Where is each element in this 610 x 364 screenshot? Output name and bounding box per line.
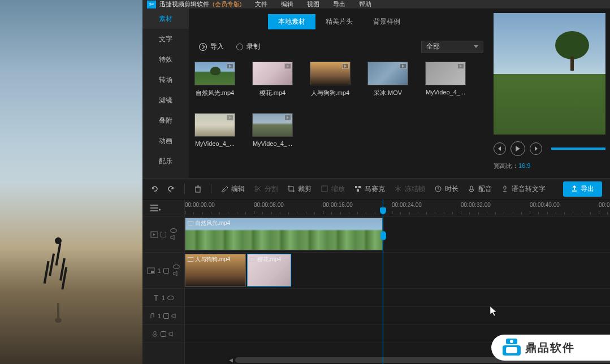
import-icon bbox=[199, 43, 207, 51]
clip-thumbnail bbox=[252, 62, 293, 85]
clips-grid: 自然风光.mp4樱花.mp4人与狗狗.mp4采冰.MOVMyVideo_4_..… bbox=[194, 58, 483, 150]
video-icon bbox=[188, 221, 193, 226]
prev-button[interactable] bbox=[494, 142, 506, 155]
timeline-clip-sub1[interactable]: 人与狗狗.mp4 bbox=[185, 254, 246, 287]
next-button[interactable] bbox=[530, 142, 542, 155]
upper-section: 素材 文字 特效 转场 滤镜 叠附 动画 配乐 本地素材 精美片头 背景样例 导… bbox=[142, 8, 610, 178]
eye-icon bbox=[173, 265, 180, 269]
undo-button[interactable] bbox=[150, 185, 158, 193]
delete-button[interactable] bbox=[194, 185, 202, 193]
ruler-mark: 00:00:32.00 bbox=[461, 202, 491, 208]
mosaic-button[interactable]: 马赛克 bbox=[354, 184, 385, 194]
filter-dropdown[interactable]: 全部 bbox=[421, 41, 483, 53]
svg-rect-3 bbox=[322, 186, 327, 192]
material-panel: 本地素材 精美片头 背景样例 导入 录制 全部 自然风光.mp4樱花.mp4人与 bbox=[189, 8, 489, 178]
zoom-button[interactable]: 缩放 bbox=[321, 184, 345, 194]
clip-thumbnail bbox=[425, 62, 466, 85]
playhead-handle[interactable] bbox=[380, 231, 386, 240]
media-clip[interactable]: MyVideo_4_... bbox=[252, 113, 293, 147]
ruler-mark: 00:0 bbox=[599, 202, 609, 208]
menu-edit[interactable]: 编辑 bbox=[281, 0, 293, 8]
subtab-local[interactable]: 本地素材 bbox=[268, 14, 315, 29]
member-badge: (会员专版) bbox=[213, 0, 241, 8]
import-button[interactable]: 导入 bbox=[194, 40, 228, 54]
subtab-background[interactable]: 背景样例 bbox=[363, 14, 410, 29]
pip-track[interactable]: 人与狗狗.mp4 樱花.mp4 bbox=[185, 253, 610, 289]
ruler-mark: 00:00:00.00 bbox=[185, 202, 215, 208]
progress-bar[interactable] bbox=[551, 148, 605, 150]
duration-button[interactable]: 时长 bbox=[434, 184, 458, 194]
lock-icon bbox=[163, 268, 169, 274]
split-button[interactable]: 分割 bbox=[254, 184, 278, 194]
speech-button[interactable]: 语音转文字 bbox=[501, 184, 546, 194]
audio-track-head[interactable]: 1 bbox=[142, 307, 184, 325]
menu-help[interactable]: 帮助 bbox=[359, 0, 371, 8]
play-icon bbox=[342, 63, 349, 69]
tab-material[interactable]: 素材 bbox=[142, 8, 189, 29]
timeline-ruler[interactable]: 00:00:00.0000:00:08.0000:00:16.0000:00:2… bbox=[185, 200, 610, 216]
tab-filter[interactable]: 滤镜 bbox=[142, 90, 189, 110]
text-track-head[interactable]: 1 bbox=[142, 289, 184, 307]
video-icon bbox=[188, 257, 193, 262]
track-number: 1 bbox=[158, 313, 161, 319]
media-clip[interactable]: 樱花.mp4 bbox=[252, 62, 293, 97]
media-clip[interactable]: MyVideo_4_... bbox=[425, 62, 466, 97]
watermark-icon bbox=[503, 339, 521, 357]
clip-thumbnail bbox=[194, 62, 235, 85]
aspect-ratio: 宽高比：16:9 bbox=[494, 158, 605, 174]
clip-name: 人与狗狗.mp4 bbox=[310, 89, 351, 97]
media-clip[interactable]: MyVideo_4_... bbox=[194, 113, 235, 147]
redo-button[interactable] bbox=[167, 185, 175, 193]
preview-video[interactable] bbox=[494, 13, 605, 135]
clip-name: 采冰.MOV bbox=[367, 89, 408, 97]
timeline-menu[interactable] bbox=[142, 200, 184, 216]
clip-name: MyVideo_4_... bbox=[252, 140, 293, 147]
video-track[interactable]: 自然风光.mp4 bbox=[185, 216, 610, 253]
freeze-button[interactable]: 冻结帧 bbox=[394, 184, 425, 194]
clip-thumbnail bbox=[252, 113, 293, 137]
svg-rect-5 bbox=[358, 186, 361, 188]
lock-icon bbox=[163, 313, 169, 319]
subtab-intro[interactable]: 精美片头 bbox=[315, 14, 363, 29]
tab-music[interactable]: 配乐 bbox=[142, 151, 189, 171]
tab-effects[interactable]: 特效 bbox=[142, 49, 189, 70]
text-track[interactable] bbox=[185, 289, 610, 307]
clip-name: MyVideo_4_... bbox=[194, 140, 235, 147]
svg-point-2 bbox=[255, 189, 257, 192]
edit-button[interactable]: 编辑 bbox=[220, 184, 245, 194]
audio-track[interactable] bbox=[185, 307, 610, 325]
tab-transition[interactable]: 转场 bbox=[142, 70, 189, 90]
voice-track-head[interactable] bbox=[142, 325, 184, 343]
media-clip[interactable]: 人与狗狗.mp4 bbox=[310, 62, 351, 97]
import-label: 导入 bbox=[210, 42, 224, 51]
play-button[interactable] bbox=[511, 141, 525, 156]
playhead[interactable] bbox=[383, 200, 383, 364]
video-track-head[interactable] bbox=[142, 216, 184, 253]
svg-rect-9 bbox=[504, 186, 506, 189]
scroll-left-icon[interactable]: ◀ bbox=[227, 357, 234, 363]
pip-track-head[interactable]: 1 bbox=[142, 253, 184, 289]
export-button[interactable]: 导出 bbox=[563, 181, 602, 197]
clip-name: MyVideo_4_... bbox=[425, 89, 466, 96]
record-button[interactable]: 录制 bbox=[236, 42, 260, 51]
menu-file[interactable]: 文件 bbox=[255, 0, 267, 8]
eye-icon bbox=[170, 228, 177, 233]
clip-thumbnail bbox=[194, 113, 235, 137]
chevron-down-icon bbox=[474, 45, 478, 48]
menu-export[interactable]: 导出 bbox=[333, 0, 345, 8]
tab-overlay[interactable]: 叠附 bbox=[142, 110, 189, 131]
voiceover-button[interactable]: 配音 bbox=[468, 184, 492, 194]
crop-button[interactable]: 裁剪 bbox=[287, 184, 312, 194]
media-clip[interactable]: 采冰.MOV bbox=[367, 62, 408, 97]
menu-view[interactable]: 视图 bbox=[307, 0, 319, 8]
eye-icon bbox=[167, 296, 174, 300]
media-clip[interactable]: 自然风光.mp4 bbox=[194, 62, 235, 97]
lock-icon bbox=[161, 232, 166, 237]
tab-animation[interactable]: 动画 bbox=[142, 131, 189, 151]
record-icon bbox=[236, 44, 243, 50]
tab-text[interactable]: 文字 bbox=[142, 29, 189, 49]
ruler-mark: 00:00:24.00 bbox=[392, 202, 422, 208]
timeline-clip-main[interactable]: 自然风光.mp4 bbox=[185, 218, 383, 250]
svg-rect-12 bbox=[151, 271, 154, 273]
timeline-clip-sub2[interactable]: 樱花.mp4 bbox=[247, 254, 291, 287]
